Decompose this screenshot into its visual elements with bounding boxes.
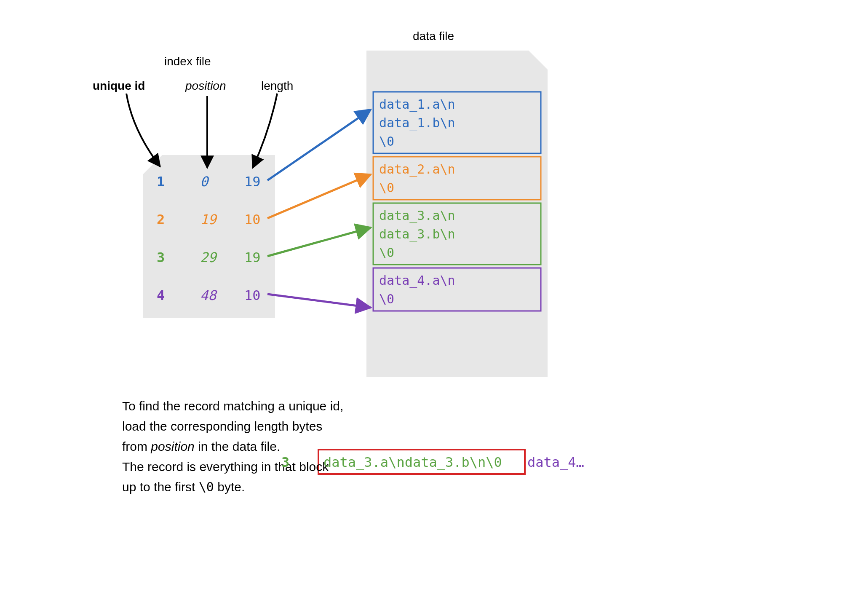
index-cell: 4 — [157, 287, 165, 303]
explain-line-5: up to the first \0 byte. — [122, 477, 343, 497]
diagram-root: { "colors": { "c1": "#2C6BBF", "c2": "#E… — [0, 0, 842, 616]
explain-line-4: The record is everything in that block — [122, 457, 343, 477]
index-cell: 19 — [200, 212, 217, 228]
svg-line-3 — [267, 228, 371, 256]
explain-line-2: load the corresponding length bytes — [122, 416, 343, 437]
index-cell: 1 — [157, 174, 165, 190]
index-cell: 2 — [157, 212, 165, 228]
record-line: data_3.b\n — [379, 227, 455, 241]
record-line: data_2.a\n — [379, 162, 455, 177]
example-id: 3 — [281, 454, 289, 470]
index-cell: 0 — [200, 174, 208, 190]
record-line: \0 — [379, 134, 394, 149]
index-cell: 10 — [244, 287, 261, 303]
record-line: \0 — [379, 292, 394, 306]
record-line: \0 — [379, 180, 394, 195]
svg-line-4 — [267, 294, 371, 308]
index-cell: 48 — [200, 287, 217, 303]
hdr-len: length — [261, 79, 293, 93]
record-line: \0 — [379, 245, 394, 260]
hdr-id: unique id — [93, 79, 145, 93]
record-line: data_4.a\n — [379, 273, 455, 288]
explanation: To find the record matching a unique id,… — [122, 396, 343, 497]
explain-line-3: from position in the data file. — [122, 437, 343, 457]
label-data-file: data file — [413, 29, 454, 43]
svg-line-1 — [267, 110, 371, 180]
record-line: data_1.b\n — [379, 115, 455, 130]
record-line: data_3.a\n — [379, 208, 455, 223]
explain-line-1: To find the record matching a unique id, — [122, 396, 343, 416]
index-cell: 19 — [244, 249, 261, 265]
index-cell: 3 — [157, 249, 165, 265]
label-index-file: index file — [164, 55, 211, 68]
example-hit: data_3.a\ndata_3.b\n\0 — [323, 454, 502, 470]
svg-line-2 — [267, 174, 371, 218]
index-cell: 10 — [244, 212, 261, 228]
index-cell: 29 — [200, 249, 217, 265]
example-tail: data_4… — [527, 454, 584, 470]
hdr-pos: position — [185, 79, 226, 93]
record-line: data_1.a\n — [379, 97, 455, 112]
index-cell: 19 — [244, 174, 261, 190]
